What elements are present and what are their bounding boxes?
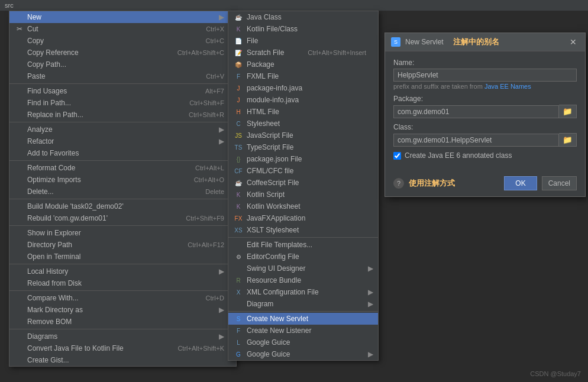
submenu-html[interactable]: H HTML File	[228, 106, 378, 118]
dialog-package-input[interactable]	[393, 105, 559, 118]
submenu-xml-config[interactable]: X XML Configuration File ▶	[228, 286, 378, 298]
menu-item-copy[interactable]: Copy Ctrl+C	[9, 35, 236, 47]
menu-item-compare-with[interactable]: Compare With... Ctrl+D	[9, 292, 236, 304]
submenu-js[interactable]: JS JavaScript File	[228, 130, 378, 141]
menu-item-reload-disk[interactable]: Reload from Disk	[9, 277, 236, 289]
menu-item-copy-path[interactable]: Copy Path...	[9, 59, 236, 70]
dialog-name-row: Name: prefix and suffix are taken from J…	[393, 59, 577, 90]
submenu-javafx[interactable]: FX JavaFXApplication	[228, 212, 378, 224]
compare-with-icon	[14, 294, 25, 302]
submenu-fxml[interactable]: F FXML File	[228, 70, 378, 82]
menu-item-find-usages[interactable]: Find Usages Alt+F7	[9, 85, 236, 97]
dialog-ok-button[interactable]: OK	[504, 176, 537, 190]
dialog-package-browse-button[interactable]: 📁	[559, 105, 577, 118]
copy-shortcut: Ctrl+C	[206, 37, 224, 44]
dialog-class-input[interactable]	[393, 134, 559, 147]
menu-convert-java-label: Convert Java File to Kotlin File	[27, 344, 166, 352]
submenu-create-servlet[interactable]: S Create New Servlet	[228, 313, 378, 325]
submenu-editorconfig[interactable]: ⚙ EditorConfig File	[228, 251, 378, 263]
submenu-kotlin-script[interactable]: K Kotlin Script	[228, 189, 378, 200]
submenu-diagram[interactable]: Diagram ▶	[228, 298, 378, 310]
menu-item-cut[interactable]: ✂ Cut Ctrl+X	[9, 23, 236, 35]
menu-item-optimize[interactable]: Optimize Imports Ctrl+Alt+O	[9, 174, 236, 186]
menu-item-paste[interactable]: Paste Ctrl+V	[9, 70, 236, 82]
show-explorer-icon	[14, 229, 25, 237]
submenu-kotlin-file[interactable]: K Kotlin File/Class	[228, 23, 378, 35]
diagram-arrow: ▶	[368, 300, 373, 308]
editorconfig-icon: ⚙	[233, 252, 244, 261]
ts-icon: TS	[233, 143, 244, 151]
menu-item-replace-path[interactable]: Replace in Path... Ctrl+Shift+R	[9, 109, 236, 121]
dialog-name-input[interactable]	[393, 69, 577, 82]
dialog-checkbox[interactable]	[393, 152, 401, 160]
menu-item-open-terminal[interactable]: Open in Terminal	[9, 251, 236, 263]
submenu-file[interactable]: 📄 File	[228, 35, 378, 47]
scratch-shortcut: Ctrl+Alt+Shift+Insert	[308, 49, 366, 56]
menu-find-path-label: Find in Path...	[27, 99, 177, 107]
submenu-coffeescript[interactable]: ☕ CoffeeScript File	[228, 177, 378, 189]
menu-item-remove-bom[interactable]: Remove BOM	[9, 316, 236, 328]
dialog-class-browse-button[interactable]: 📁	[559, 133, 577, 147]
menu-item-mark-directory[interactable]: Mark Directory as ▶	[9, 304, 236, 316]
submenu-swing-ui[interactable]: Swing UI Designer ▶	[228, 263, 378, 274]
submenu-google-guice[interactable]: G Google Guice ▶	[228, 348, 378, 360]
menu-item-copy-reference[interactable]: Copy Reference Ctrl+Alt+Shift+C	[9, 47, 236, 59]
submenu-cfml[interactable]: CF CFML/CFC file	[228, 165, 378, 177]
submenu-package-json[interactable]: {} package.json File	[228, 153, 378, 165]
resource-bundle-label: Resource Bundle	[247, 276, 366, 284]
menu-item-show-explorer[interactable]: Show in Explorer	[9, 227, 236, 239]
submenu-scratch-file[interactable]: 📝 Scratch File Ctrl+Alt+Shift+Insert	[228, 47, 378, 59]
menu-directory-path-label: Directory Path	[27, 241, 176, 249]
swing-ui-icon	[233, 264, 244, 273]
menu-refactor-label: Refactor	[27, 137, 216, 145]
menu-item-build-module[interactable]: Build Module 'task02_demo02'	[9, 200, 236, 212]
directory-path-shortcut: Ctrl+Alt+F12	[188, 241, 224, 248]
submenu-xslt[interactable]: XS XSLT Stylesheet	[228, 224, 378, 236]
menu-item-delete[interactable]: Delete... Delete	[9, 186, 236, 198]
menu-item-convert-java[interactable]: Convert Java File to Kotlin File Ctrl+Al…	[9, 342, 236, 354]
menu-item-directory-path[interactable]: Directory Path Ctrl+Alt+F12	[9, 239, 236, 251]
submenu-package[interactable]: 📦 Package	[228, 59, 378, 70]
menu-new-label: New	[27, 13, 216, 21]
submenu-module-info[interactable]: J module-info.java	[228, 94, 378, 106]
menu-item-rebuild[interactable]: Rebuild 'com.gw.demo01' Ctrl+Shift+F9	[9, 212, 236, 224]
dialog-cancel-button[interactable]: Cancel	[542, 176, 577, 190]
menu-copy-reference-label: Copy Reference	[27, 48, 166, 57]
dialog-package-label: Package:	[393, 95, 577, 103]
menu-item-reformat[interactable]: Reformat Code Ctrl+Alt+L	[9, 162, 236, 174]
menu-item-refactor[interactable]: Refactor ▶	[9, 135, 236, 147]
find-path-icon	[14, 99, 25, 107]
html-icon: H	[233, 108, 244, 116]
submenu-resource-bundle[interactable]: R Resource Bundle	[228, 274, 378, 286]
dialog-help-button[interactable]: ?	[393, 178, 404, 189]
menu-item-find-path[interactable]: Find in Path... Ctrl+Shift+F	[9, 97, 236, 109]
replace-path-icon	[14, 111, 25, 119]
submenu-java-class[interactable]: ☕ Java Class	[228, 11, 378, 23]
menu-build-module-label: Build Module 'task02_demo02'	[27, 202, 224, 211]
create-gist-icon	[14, 356, 25, 364]
google-guice-arrow: ▶	[368, 350, 373, 358]
submenu-package-info[interactable]: J package-info.java	[228, 82, 378, 94]
submenu-create-listener[interactable]: L Google Guice	[228, 336, 378, 348]
menu-item-create-gist[interactable]: Create Gist...	[9, 354, 236, 366]
local-history-arrow: ▶	[219, 267, 224, 276]
submenu-create-filter[interactable]: F Create New Listener	[228, 325, 378, 336]
refactor-icon	[14, 137, 25, 145]
xml-config-icon: X	[233, 288, 244, 296]
menu-item-diagrams[interactable]: Diagrams ▶	[9, 331, 236, 342]
submenu-ts[interactable]: TS TypeScript File	[228, 141, 378, 153]
menu-item-analyze[interactable]: Analyze ▶	[9, 124, 236, 135]
dialog-close-button[interactable]: ✕	[567, 37, 579, 47]
dialog-checkbox-label: Create Java EE 6 annotated class	[405, 151, 512, 160]
submenu-stylesheet[interactable]: C Stylesheet	[228, 118, 378, 130]
submenu-kotlin-worksheet[interactable]: K Kotlin Worksheet	[228, 200, 378, 212]
submenu-edit-templates[interactable]: Edit File Templates...	[228, 239, 378, 251]
menu-compare-with-label: Compare With...	[27, 294, 194, 302]
menu-item-add-favorites[interactable]: Add to Favorites	[9, 147, 236, 159]
kotlin-worksheet-icon: K	[233, 202, 244, 211]
dialog-hint-link[interactable]: Java EE Names	[484, 83, 531, 90]
separator-1	[9, 83, 236, 84]
create-listener-label: Google Guice	[247, 338, 366, 347]
menu-item-new[interactable]: New ▶	[9, 11, 236, 23]
menu-item-local-history[interactable]: Local History ▶	[9, 266, 236, 277]
